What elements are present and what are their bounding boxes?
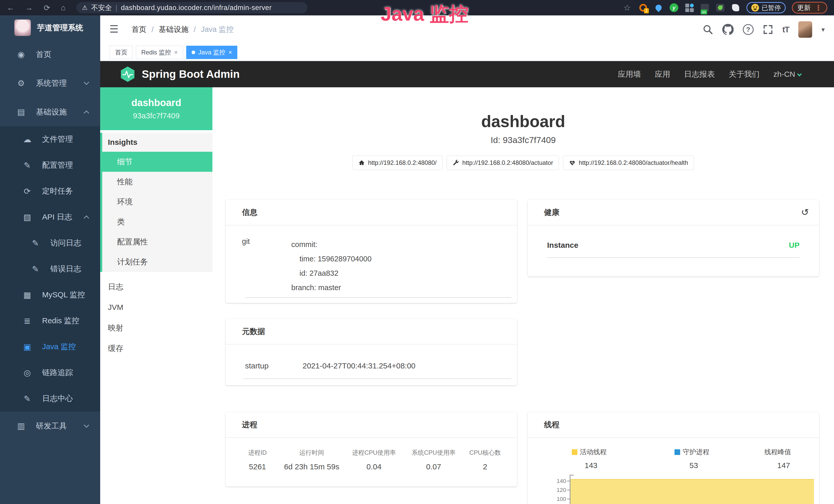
breadcrumb: 首页 / 基础设施 / Java 监控	[132, 16, 234, 44]
sidebar-item-label: 基础设施	[36, 107, 67, 117]
health-instance-label: Instance	[547, 241, 578, 250]
history-icon[interactable]: ↺	[801, 207, 809, 218]
menu-item-classes[interactable]: 类	[102, 212, 213, 232]
screen: ← → ⟳ ⌂ ⚠ 不安全 | dashboard.yudao.iocoder.…	[0, 0, 834, 504]
sidebar-item-infra[interactable]: ▤ 基础设施	[0, 97, 100, 126]
sidebar-item-redis[interactable]: ≣ Redis 监控	[0, 308, 100, 334]
extension-y-icon[interactable]: y	[670, 3, 679, 12]
process-card-title: 进程	[225, 412, 517, 438]
health-instance-row[interactable]: Instance UP	[528, 225, 819, 250]
sidebar-item-label: 错误日志	[50, 264, 81, 274]
menu-item-scheduled-tasks[interactable]: 计划任务	[102, 252, 213, 272]
menu-item-config-props[interactable]: 配置属性	[102, 232, 213, 252]
back-icon[interactable]: ←	[7, 3, 14, 12]
process-table: 进程ID 运行时间 进程CPU使用率 系统CPU使用率 CPU核心数 5261 …	[225, 438, 517, 471]
menu-item-metrics[interactable]: 性能	[102, 172, 213, 192]
info-card-title: 信息	[225, 200, 517, 225]
reload-icon[interactable]: ⟳	[44, 3, 50, 12]
home-icon[interactable]: ⌂	[61, 3, 66, 12]
sidebar-item-config[interactable]: ✎ 配置管理	[0, 152, 100, 178]
health-card: 健康 ↺ Instance UP	[528, 200, 819, 276]
sidebar-item-java-monitor[interactable]: ▣ Java 监控	[0, 334, 100, 360]
github-icon[interactable]	[722, 24, 733, 35]
extension-pin-icon[interactable]	[654, 3, 663, 12]
sidebar-item-access-log[interactable]: ✎ 访问日志	[0, 230, 100, 256]
instance-header[interactable]: dashboard 93a3fc7f7409	[100, 87, 213, 130]
sba-nav-about[interactable]: 关于我们	[729, 69, 760, 79]
brand: 芋道管理系统	[0, 16, 100, 40]
text-size-icon[interactable]: tT	[782, 25, 789, 35]
sidebar-item-home[interactable]: ◉ 首页	[0, 40, 100, 69]
actuator-url: http://192.168.0.2:48080/actuator	[462, 159, 553, 166]
health-url-button[interactable]: http://192.168.0.2:48080/actuator/health	[563, 156, 694, 170]
bookmark-star-icon[interactable]: ☆	[623, 3, 631, 13]
tab-java-monitor[interactable]: Java 监控 ×	[186, 46, 237, 59]
sba-nav-applications[interactable]: 应用	[655, 69, 670, 79]
instance-id: 93a3fc7f7409	[133, 111, 180, 120]
git-id-line: id: 27aa832	[291, 266, 372, 280]
tab-redis-monitor[interactable]: Redis 监控 ×	[136, 46, 183, 59]
process-cpu-value: 0.04	[344, 462, 404, 471]
home-icon	[358, 159, 365, 166]
tick-mark	[567, 489, 570, 490]
access-log-icon: ✎	[30, 238, 41, 248]
info-value: commit: time: 1596289704000 id: 27aa832 …	[291, 237, 372, 295]
sidebar-item-api-log[interactable]: ▧ API 日志	[0, 204, 100, 230]
sidebar-item-job[interactable]: ⟳ 定时任务	[0, 178, 100, 204]
chevron-down-icon	[84, 422, 89, 428]
metadata-card: 元数据 startup 2021-04-27T00:44:31.254+08:0…	[225, 319, 517, 385]
sba-nav-journal[interactable]: 日志报表	[684, 69, 715, 79]
address-bar[interactable]: ⚠ 不安全 | dashboard.yudao.iocoder.cn/infra…	[76, 2, 307, 13]
close-icon[interactable]: ×	[174, 49, 178, 56]
menu-item-caches[interactable]: 缓存	[100, 338, 213, 359]
help-icon[interactable]: ?	[743, 24, 753, 35]
sba-nav-language[interactable]: zh-CN	[773, 70, 801, 78]
user-avatar[interactable]	[798, 21, 812, 38]
hamburger-icon[interactable]: ☰	[109, 23, 119, 35]
tab-home[interactable]: 首页	[110, 46, 133, 59]
service-url-button[interactable]: http://192.168.0.2:48080/	[352, 156, 443, 170]
breadcrumb-infra[interactable]: 基础设施	[159, 24, 189, 35]
sidebar-item-trace[interactable]: ◎ 链路追踪	[0, 360, 100, 386]
sidebar-item-mysql[interactable]: ▦ MySQL 监控	[0, 282, 100, 308]
avatar-caret-icon[interactable]: ▾	[821, 26, 825, 33]
extension-on-icon[interactable]: on	[700, 3, 709, 12]
sidebar-item-log-center[interactable]: ✎ 日志中心	[0, 386, 100, 412]
insights-section-label: Insights	[102, 133, 213, 152]
menu-item-logs[interactable]: 日志	[100, 276, 213, 297]
sidebar-item-label: 链路追踪	[42, 367, 73, 378]
extension-icon-1[interactable]: 1	[639, 3, 648, 12]
search-icon[interactable]	[703, 24, 713, 35]
metadata-row: startup 2021-04-27T00:44:31.254+08:00	[225, 345, 517, 370]
extension-puzzle-icon[interactable]	[731, 3, 740, 12]
browser-menu-icon[interactable]: ⋮	[815, 4, 822, 12]
api-log-icon: ▧	[22, 212, 32, 222]
sidebar-item-label: Redis 监控	[42, 316, 79, 326]
sba-brand[interactable]: Spring Boot Admin	[100, 66, 240, 83]
sidebar-item-file[interactable]: ☁ 文件管理	[0, 126, 100, 152]
paused-badge[interactable]: 已暂停	[746, 2, 786, 13]
update-button[interactable]: 更新 ⋮	[792, 2, 827, 14]
sba-nav-wallboard[interactable]: 应用墙	[618, 69, 641, 79]
menu-item-environment[interactable]: 环境	[102, 192, 213, 212]
threads-area-series	[570, 479, 814, 504]
sidebar-item-error-log[interactable]: ✎ 错误日志	[0, 256, 100, 282]
sidebar-item-system[interactable]: ⚙ 系统管理	[0, 69, 100, 97]
actuator-url-button[interactable]: http://192.168.0.2:48080/actuator	[447, 156, 559, 170]
legend-label: 线程峰值	[764, 448, 791, 457]
chevron-up-icon	[84, 110, 89, 116]
legend-value: 147	[764, 461, 803, 470]
close-icon[interactable]: ×	[228, 49, 232, 56]
menu-item-details[interactable]: 细节	[100, 152, 213, 172]
git-branch-line: branch: master	[291, 280, 372, 295]
forward-icon[interactable]: →	[25, 3, 33, 12]
menu-item-mappings[interactable]: 映射	[100, 318, 213, 338]
sidebar-item-devtools[interactable]: ▥ 研发工具	[0, 412, 100, 440]
menu-item-jvm[interactable]: JVM	[100, 297, 213, 318]
sidebar-submenu-infra: ☁ 文件管理 ✎ 配置管理 ⟳ 定时任务 ▧ API 日志 ✎ 访问日志 ✎	[0, 126, 100, 412]
extension-leaf-icon[interactable]	[716, 3, 725, 12]
fullscreen-icon[interactable]	[763, 24, 773, 35]
extension-grid-icon[interactable]	[685, 3, 694, 12]
breadcrumb-home[interactable]: 首页	[132, 24, 147, 35]
y-tick-140: 140	[550, 478, 566, 484]
